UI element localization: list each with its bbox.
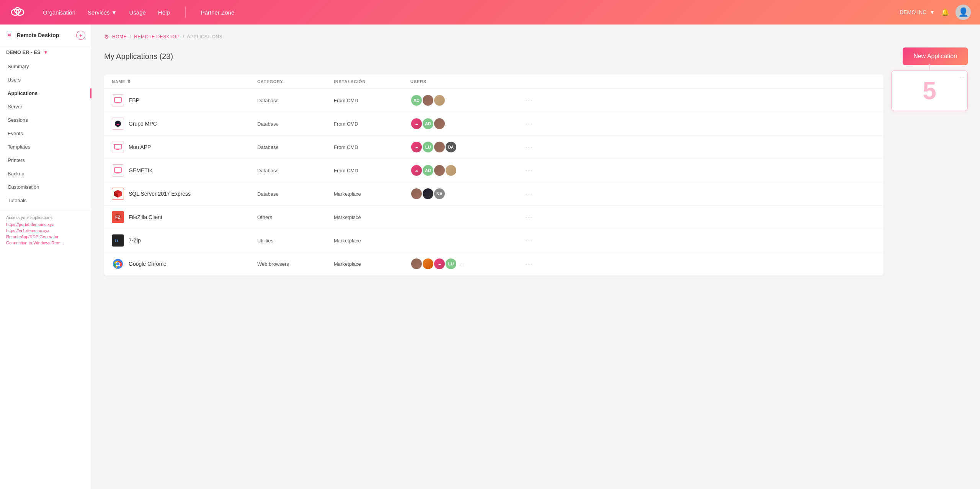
callout-number: 5 [901, 79, 958, 103]
breadcrumb: ⚙ HOME / REMOTE DESKTOP / APPLICATIONS [104, 34, 968, 40]
nav-partner-zone[interactable]: Partner Zone [201, 9, 235, 16]
nav-divider [185, 7, 186, 18]
avatar: LU [422, 141, 434, 153]
sidebar-item-users[interactable]: Users [0, 73, 91, 87]
avatar: ☁ [410, 118, 423, 130]
svg-text:FZ: FZ [115, 215, 121, 219]
svg-text:7z: 7z [114, 239, 119, 243]
user-avatar[interactable]: 👤 [956, 5, 971, 20]
th-installation: INSTALACIÓN [334, 79, 410, 84]
avatar: AD [410, 94, 423, 106]
row-more-button-chrome[interactable]: ··· [525, 260, 541, 268]
sidebar-item-sessions[interactable]: Sessions [0, 113, 91, 127]
sidebar-item-applications[interactable]: Applications [0, 87, 91, 100]
svg-rect-11 [114, 168, 121, 172]
table-row: Mon APP Database From CMD ☁ LU DA ··· [104, 136, 884, 159]
row-more-button-filezilla[interactable]: ··· [525, 213, 541, 221]
section-arrow-icon: ▼ [44, 50, 48, 55]
th-category: CATEGORY [257, 79, 334, 84]
sidebar-item-printers[interactable]: Printers [0, 154, 91, 167]
callout-tooltip: ↑ 5 ··· [891, 70, 968, 111]
avatar: LU [445, 258, 457, 270]
sidebar-item-tutorials[interactable]: Tutorials [0, 194, 91, 207]
avatar: ☁ [433, 258, 446, 270]
sidebar-links: Access your applications https://portal.… [0, 209, 91, 253]
breadcrumb-applications: APPLICATIONS [187, 34, 222, 39]
sidebar-item-customisation[interactable]: Customisation [0, 180, 91, 194]
row-more-button-ebp[interactable]: ··· [525, 96, 541, 105]
sidebar-item-templates[interactable]: Templates [0, 140, 91, 154]
avatar [445, 164, 457, 177]
nav-usage[interactable]: Usage [129, 9, 145, 16]
new-application-button[interactable]: New Application [903, 47, 968, 65]
bell-icon[interactable]: 🔔 [941, 8, 949, 16]
avatar [433, 94, 446, 106]
users-cell-chrome: ☁ LU ... [410, 258, 525, 270]
sidebar-item-events[interactable]: Events [0, 127, 91, 140]
sidebar-link-rdp[interactable]: RemoteApp/RDP Generator [6, 234, 85, 239]
app-name-chrome: Google Chrome [112, 258, 257, 270]
app-icon-filezilla: FZ [112, 211, 124, 223]
th-name[interactable]: NAME ⇅ [112, 79, 257, 84]
services-arrow-icon: ▼ [111, 9, 117, 16]
callout-more-button[interactable]: ··· [960, 74, 964, 80]
avatar [433, 164, 446, 177]
users-cell-gemetik: ☁ AD [410, 164, 525, 177]
svg-rect-8 [114, 144, 121, 149]
sidebar-section-header[interactable]: DEMO ER - ES ▼ [0, 46, 91, 58]
sidebar-item-summary[interactable]: Summary [0, 60, 91, 73]
org-name: DEMO INC [900, 9, 926, 15]
app-name-grupo-mpc: ☁ Grupo MPC [112, 118, 257, 130]
org-selector[interactable]: DEMO INC ▼ [900, 9, 935, 15]
page-title: My Applications (23) [104, 52, 173, 61]
nav-organisation[interactable]: Organisation [43, 9, 75, 16]
svg-point-24 [116, 262, 119, 265]
main-content: ⚙ HOME / REMOTE DESKTOP / APPLICATIONS M… [92, 25, 980, 489]
avatar: AD [422, 164, 434, 177]
sidebar-item-backup[interactable]: Backup [0, 167, 91, 180]
org-dropdown-icon: ▼ [929, 9, 935, 15]
row-more-button-gemetik[interactable]: ··· [525, 167, 541, 175]
logo[interactable] [9, 5, 28, 19]
breadcrumb-remote-desktop[interactable]: REMOTE DESKTOP [134, 34, 180, 39]
sidebar-links-title: Access your applications [6, 215, 85, 220]
app-name-7zip: 7z 7-Zip [112, 234, 257, 247]
th-actions [525, 79, 541, 84]
nav-help[interactable]: Help [158, 9, 170, 16]
nav-services[interactable]: Services ▼ [88, 9, 117, 16]
table-row: GEMETIK Database From CMD ☁ AD ··· [104, 159, 884, 182]
sidebar-link-portal[interactable]: https://portal.demoinc.xyz [6, 222, 85, 227]
header-right: DEMO INC ▼ 🔔 👤 [900, 5, 971, 20]
avatar: NA [433, 188, 446, 200]
callout-arrow-icon: ↑ [927, 60, 932, 72]
app-icon-gemetik [112, 164, 124, 177]
sidebar-item-server[interactable]: Server [0, 100, 91, 113]
row-more-button-7zip[interactable]: ··· [525, 237, 541, 245]
row-more-button-grupo-mpc[interactable]: ··· [525, 120, 541, 128]
users-more-chrome: ... [460, 262, 464, 266]
sidebar: 🖥 Remote Desktop + DEMO ER - ES ▼ Summar… [0, 25, 92, 489]
app-name-ebp: EBP [112, 94, 257, 106]
avatar [433, 118, 446, 130]
app-icon-sql-server [112, 188, 124, 200]
row-more-button-mon-app[interactable]: ··· [525, 143, 541, 151]
avatar: DA [445, 141, 457, 153]
sidebar-link-er1[interactable]: https://er1.demoinc.xyz [6, 228, 85, 233]
header: Organisation Services ▼ Usage Help Partn… [0, 0, 980, 25]
sidebar-section-title: DEMO ER - ES [6, 49, 41, 55]
app-icon-chrome [112, 258, 124, 270]
table-header: NAME ⇅ CATEGORY INSTALACIÓN USERS [104, 74, 884, 89]
layout: 🖥 Remote Desktop + DEMO ER - ES ▼ Summar… [0, 25, 980, 489]
table-row: FZ FileZilla Client Others Marketplace ·… [104, 206, 884, 229]
main-nav: Organisation Services ▼ Usage Help Partn… [43, 7, 900, 18]
breadcrumb-home[interactable]: HOME [112, 34, 127, 39]
sidebar-menu: Summary Users Applications Server Sessio… [0, 58, 91, 209]
avatar [433, 141, 446, 153]
avatar [422, 258, 434, 270]
avatar [410, 258, 423, 270]
add-remote-desktop-button[interactable]: + [76, 31, 85, 40]
app-name-filezilla: FZ FileZilla Client [112, 211, 257, 223]
row-more-button-sql[interactable]: ··· [525, 190, 541, 198]
sidebar-link-connection[interactable]: Connection to Windows Rem... [6, 240, 85, 245]
svg-rect-3 [114, 98, 121, 102]
